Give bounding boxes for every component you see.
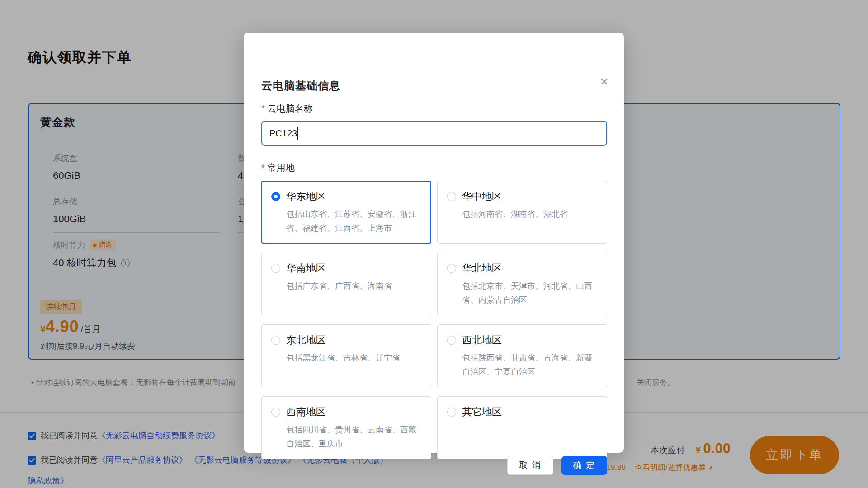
dialog-footer: 取 消 确 定 xyxy=(507,456,607,475)
confirm-button[interactable]: 确 定 xyxy=(561,456,607,475)
region-name: 华东地区 xyxy=(286,190,326,203)
input-value: PC123 xyxy=(269,128,297,139)
name-field-label: *云电脑名称 xyxy=(261,103,313,115)
region-name: 西北地区 xyxy=(462,333,502,347)
region-option-north[interactable]: 华北地区 包括北京市、天津市、河北省、山西省、内蒙古自治区 xyxy=(437,253,607,315)
region-name: 华南地区 xyxy=(286,262,326,275)
region-options-grid: 华东地区 包括山东省、江苏省、安徽省、浙江省、福建省、江西省、上海市 华中地区 … xyxy=(261,181,607,459)
radio-icon[interactable] xyxy=(447,336,456,345)
region-desc: 包括陕西省、甘肃省、青海省、新疆自治区、宁夏自治区 xyxy=(462,351,597,379)
region-desc: 包括黑龙江省、吉林省、辽宁省 xyxy=(286,351,421,365)
radio-icon[interactable] xyxy=(447,408,456,417)
close-icon[interactable]: × xyxy=(598,72,610,90)
region-option-northeast[interactable]: 东北地区 包括黑龙江省、吉林省、辽宁省 xyxy=(261,324,431,387)
region-name: 华中地区 xyxy=(462,190,502,203)
region-option-south[interactable]: 华南地区 包括广东省、广西省、海南省 xyxy=(261,253,431,315)
field-label-text: 常用地 xyxy=(268,163,295,173)
region-option-east[interactable]: 华东地区 包括山东省、江苏省、安徽省、浙江省、福建省、江西省、上海市 xyxy=(261,181,431,244)
region-name: 华北地区 xyxy=(462,262,502,275)
region-name: 东北地区 xyxy=(286,333,326,347)
region-option-other[interactable]: 其它地区 xyxy=(437,396,607,459)
cloud-pc-name-input[interactable]: PC123 xyxy=(261,121,607,146)
region-name: 西南地区 xyxy=(286,405,326,419)
radio-icon[interactable] xyxy=(271,408,280,417)
region-option-southwest[interactable]: 西南地区 包括四川省、贵州省、云南省、西藏自治区、重庆市 xyxy=(261,396,431,459)
radio-icon[interactable] xyxy=(447,192,456,201)
cloud-pc-info-dialog: 云电脑基础信息 × *云电脑名称 PC123 *常用地 华东地区 包括山东省、江… xyxy=(244,33,624,453)
required-mark: * xyxy=(261,163,265,173)
region-option-central[interactable]: 华中地区 包括河南省、湖南省、湖北省 xyxy=(437,181,607,244)
region-desc: 包括广东省、广西省、海南省 xyxy=(286,279,421,293)
cancel-button[interactable]: 取 消 xyxy=(507,456,553,475)
radio-icon[interactable] xyxy=(447,264,456,273)
region-field-label: *常用地 xyxy=(261,162,295,174)
region-option-northwest[interactable]: 西北地区 包括陕西省、甘肃省、青海省、新疆自治区、宁夏自治区 xyxy=(437,324,607,387)
required-mark: * xyxy=(261,103,265,113)
dialog-title: 云电脑基础信息 xyxy=(261,79,340,93)
region-desc: 包括山东省、江苏省、安徽省、浙江省、福建省、江西省、上海市 xyxy=(286,207,421,235)
radio-icon[interactable] xyxy=(271,336,280,345)
radio-selected-icon[interactable] xyxy=(271,192,280,201)
region-name: 其它地区 xyxy=(462,405,502,419)
text-caret xyxy=(297,127,298,140)
radio-icon[interactable] xyxy=(271,264,280,273)
region-desc: 包括北京市、天津市、河北省、山西省、内蒙古自治区 xyxy=(462,279,597,307)
field-label-text: 云电脑名称 xyxy=(268,103,313,113)
region-desc: 包括河南省、湖南省、湖北省 xyxy=(462,207,597,221)
region-desc: 包括四川省、贵州省、云南省、西藏自治区、重庆市 xyxy=(286,423,421,451)
